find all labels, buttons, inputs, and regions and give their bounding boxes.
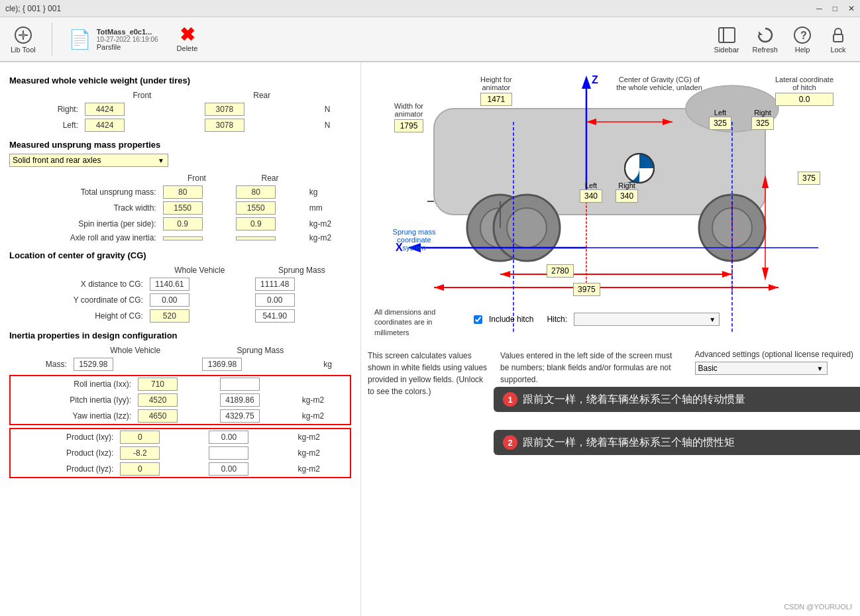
unit-kgm2-2: kg-m2 (307, 232, 351, 244)
parsfile-icon: 📄 (68, 28, 91, 50)
parsfile-button[interactable]: 📄 TotMass_e0c1... 10-27-2022 16:19:06 Pa… (63, 25, 164, 54)
yaw-sprung-input[interactable]: 4329.75 (220, 409, 260, 423)
mass-sprung-input[interactable]: 1369.98 (202, 358, 242, 371)
include-hitch-checkbox[interactable] (474, 315, 482, 324)
delete-button[interactable]: ✖ Delete (172, 23, 203, 55)
table-row: Mass: 1529.98 1369.98 kg (9, 356, 351, 372)
right-rear-input[interactable]: 3078 (205, 103, 244, 116)
section4-header: Inertia properties in design configurati… (9, 331, 351, 340)
help-button[interactable]: ? Help (786, 22, 819, 56)
sidebar-label: Sidebar (714, 46, 739, 54)
adv-basic-select[interactable]: Basic (695, 362, 828, 375)
right-front-input[interactable]: 4424 (85, 103, 125, 116)
y-sprung-input[interactable]: 0.00 (255, 293, 295, 307)
svg-marker-29 (500, 271, 510, 278)
refresh-button[interactable]: Refresh (747, 22, 783, 56)
maximize-btn[interactable]: □ (833, 4, 837, 13)
left-val-1[interactable]: 325 (709, 117, 731, 130)
table-row: X distance to CG: 1140.61 1111.48 (9, 276, 351, 292)
right-val-2[interactable]: 340 (616, 189, 638, 203)
x-whole-input[interactable]: 1140.61 (150, 278, 189, 291)
product-ixz-whole-input[interactable]: -8.2 (120, 446, 160, 460)
row-left-label: Left: (9, 117, 82, 133)
height-whole-input[interactable]: 520 (150, 309, 189, 323)
advanced-settings-group: Advanced settings (optional license requ… (695, 350, 853, 375)
hitch-select[interactable] (574, 313, 720, 326)
yaw-whole-input[interactable]: 4650 (138, 409, 178, 423)
x-dist-label: X distance to CG: (9, 276, 147, 292)
product-ixy-sprung-input[interactable]: 0.00 (209, 431, 248, 444)
close-btn[interactable]: ✕ (848, 4, 855, 13)
height-animator-value[interactable]: 1471 (480, 93, 512, 106)
inertia-box-2: Product (Ixy): 0 0.00 kg-m2 Product (Ixz… (9, 428, 351, 478)
svg-marker-37 (762, 268, 769, 281)
product-ixz-label: Product (Ixz): (10, 445, 117, 461)
top-lr-group: Left 325 Right 325 (709, 109, 774, 130)
adv-select-wrapper: Basic (695, 362, 828, 375)
lib-tool-button[interactable]: Lib Tool (5, 22, 41, 56)
axle-roll-rear-input[interactable] (236, 236, 276, 240)
unit-kgm2-4: kg-m2 (299, 408, 350, 425)
calc-text-group: This screen calculates valuesshown in wh… (368, 350, 487, 397)
spin-front-input[interactable]: 0.9 (163, 217, 203, 231)
pitch-inertia-label: Pitch inertia (Iyy): (10, 392, 135, 408)
svg-marker-33 (769, 284, 779, 291)
dim-375-value[interactable]: 375 (798, 172, 820, 185)
right-val-1[interactable]: 325 (751, 117, 774, 130)
width-animator-label: Width foranimator (394, 102, 423, 118)
unit-mm1: mm (307, 200, 351, 216)
yaw-inertia-label: Yaw inertia (Izz): (10, 408, 135, 425)
roll-whole-input[interactable]: 710 (138, 378, 178, 391)
pitch-whole-input[interactable]: 4520 (138, 393, 178, 407)
y-coord-label: Y coordinate of CG: (9, 292, 147, 308)
left-rear-input[interactable]: 3078 (205, 119, 244, 132)
sep1 (52, 23, 52, 56)
table-row: Roll inertia (Ixx): 710 (10, 376, 350, 392)
product-iyz-whole-input[interactable]: 0 (120, 462, 160, 476)
x-sprung-input[interactable]: 1111.48 (255, 278, 295, 291)
product-ixz-sprung-input[interactable] (209, 446, 248, 460)
dim-3975-value[interactable]: 3975 (573, 283, 600, 296)
roll-sprung-input[interactable] (220, 378, 260, 391)
calc-text-2: Values entered in the left side of the s… (500, 350, 672, 385)
sidebar-button[interactable]: Sidebar (709, 22, 745, 56)
sprung-mass-label: Sprung masscoordinate system (388, 228, 441, 252)
product-iyz-label: Product (Iyz): (10, 461, 117, 478)
track-rear-input[interactable]: 1550 (236, 201, 276, 215)
pitch-sprung-input[interactable]: 4189.86 (220, 393, 260, 407)
product-ixy-whole-input[interactable]: 0 (120, 431, 160, 444)
lateral-hitch-value[interactable]: 0.0 (775, 93, 833, 106)
col-front2: Front (160, 172, 234, 184)
spin-rear-input[interactable]: 0.9 (236, 217, 276, 231)
minimize-btn[interactable]: ─ (816, 4, 822, 13)
roll-inertia-label: Roll inertia (Ixx): (10, 376, 135, 392)
left-val-2[interactable]: 340 (580, 189, 602, 203)
table-row: Height of CG: 520 541.90 (9, 308, 351, 324)
axle-roll-front-input[interactable] (163, 236, 203, 240)
lock-button[interactable]: Lock (822, 22, 855, 56)
dim-2780-value[interactable]: 2780 (547, 264, 574, 278)
dim-375-group: 375 (798, 172, 820, 185)
axle-type-wrapper: Solid front and rear axles (9, 154, 168, 167)
left-panel: Measured whole vehicle weight (under tir… (0, 62, 361, 616)
axle-type-select[interactable]: Solid front and rear axles (9, 154, 168, 167)
table-row: Right: 4424 3078 N (9, 101, 351, 117)
unsprung-rear-input[interactable]: 80 (236, 185, 276, 199)
product-iyz-sprung-input[interactable]: 0.00 (209, 462, 248, 476)
left-front-input[interactable]: 4424 (85, 119, 125, 132)
height-sprung-input[interactable]: 541.90 (255, 309, 295, 323)
mass-label: Mass: (9, 356, 71, 372)
unsprung-front-input[interactable]: 80 (163, 185, 203, 199)
svg-text:?: ? (800, 30, 807, 41)
table-row: Product (Ixz): -8.2 kg-m2 (10, 445, 350, 461)
mass-whole-input[interactable]: 1529.98 (74, 358, 113, 371)
diagram-container: Z X (368, 69, 853, 347)
lock-icon (828, 25, 849, 46)
adv-settings-label: Advanced settings (optional license requ… (695, 350, 853, 359)
product-ixy-label: Product (Ixy): (10, 429, 117, 445)
width-animator-value[interactable]: 1795 (394, 119, 423, 132)
y-whole-input[interactable]: 0.00 (150, 293, 189, 307)
track-front-input[interactable]: 1550 (163, 201, 203, 215)
col-rear: Rear (202, 89, 322, 101)
parsfile-label: Parsfile (97, 43, 158, 51)
